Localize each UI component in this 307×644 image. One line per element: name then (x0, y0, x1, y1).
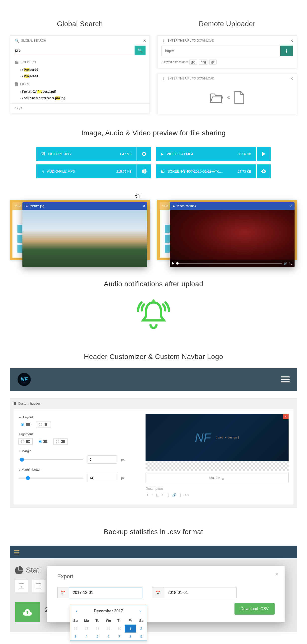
image-icon: 🖼 (161, 170, 164, 174)
list-icon: ☰ (14, 402, 16, 405)
calendar-icon[interactable]: 📅 (57, 587, 69, 598)
close-icon[interactable]: × (290, 38, 293, 43)
bold-icon: B (146, 493, 148, 497)
calendar-day-selected[interactable]: 1 (125, 624, 136, 632)
align-left[interactable] (18, 438, 33, 445)
audio-icon: ♫ (41, 170, 44, 174)
description-label: Description (146, 486, 288, 490)
video-controls[interactable]: 🔊 ⛶ (170, 260, 294, 267)
remote-uploader-panel-open: × ⭳ ENTER THE URL TO DOWNLOAD « (157, 73, 297, 114)
margin-bottom-slider[interactable] (18, 478, 83, 478)
global-search-panel: × 🔍 GLOBAL SEARCH 🔍 FOLDERS ›/ Project-0… (10, 36, 150, 113)
margin-slider[interactable] (18, 459, 83, 460)
file-row[interactable]: ▶VIDEO-CAT.MP433.56 KB (156, 147, 270, 161)
calendar-day[interactable]: 26 (70, 624, 81, 632)
navbar-logo[interactable]: NF (18, 373, 31, 386)
next-month-icon[interactable]: › (137, 608, 143, 614)
hamburger-icon[interactable] (14, 550, 20, 554)
calendar-day[interactable]: 27 (81, 624, 92, 632)
customizer-panel: ☰Custom header ↔Layout Alignment ↕Margin… (10, 398, 297, 508)
ext-chip: gif (209, 60, 216, 64)
close-icon[interactable]: × (290, 76, 293, 81)
italic-icon: I (152, 493, 152, 497)
folder-open-icon (210, 92, 224, 104)
ext-chip: jpg (190, 60, 197, 64)
search-result-folder[interactable]: ›/ Project-01 (15, 73, 145, 80)
download-button[interactable]: ⭳ (280, 46, 293, 56)
layout-option-boxed[interactable] (36, 422, 51, 428)
margin-input[interactable] (87, 456, 117, 464)
play-audio-button[interactable] (137, 164, 151, 178)
calendar-day[interactable]: 6 (103, 632, 114, 640)
close-icon[interactable]: × (275, 571, 278, 578)
header-preview: × NF [ web + design ] (146, 414, 288, 461)
video-icon: ▶ (161, 152, 164, 156)
play-video-button[interactable] (257, 147, 270, 161)
search-input[interactable] (14, 46, 134, 55)
preview-tagline: [ web + design ] (216, 436, 239, 439)
result-count: 4 / 74 (10, 104, 150, 113)
calendar-day[interactable]: 29 (103, 624, 114, 632)
svg-rect-0 (26, 423, 30, 426)
search-icon: 🔍 (15, 38, 19, 42)
month-label[interactable]: December 2017 (94, 609, 123, 613)
upload-button[interactable]: Upload ⭳ (146, 472, 288, 483)
heading-audio-notif: Audio notifications after upload (10, 280, 297, 288)
image-preview (22, 210, 147, 267)
layout-label: ↔Layout (18, 415, 138, 419)
hamburger-icon[interactable] (281, 376, 290, 382)
image-preview-window: VFM 🖼picture.jpg× (10, 200, 150, 260)
preview-button[interactable] (257, 164, 270, 178)
transparency-checker (146, 461, 288, 471)
search-result-file[interactable]: ›/ south-beach-wallpaper-pro.jpg (15, 95, 145, 102)
export-modal: × Export 📅 📅 Download .CSV ‹ December 20… (47, 566, 284, 622)
video-icon: ▶ (173, 204, 175, 208)
play-icon[interactable] (172, 262, 174, 264)
margin-label: ↕Margin (18, 449, 138, 453)
search-label: GLOBAL SEARCH (21, 39, 46, 42)
date-shortcut[interactable]: 1 (15, 579, 28, 592)
preview-button[interactable] (137, 147, 151, 161)
calendar-day[interactable]: 8 (125, 632, 136, 640)
close-icon[interactable]: × (290, 204, 292, 208)
align-right[interactable] (53, 438, 68, 445)
download-csv-button[interactable]: Download .CSV (234, 603, 274, 614)
calendar-day[interactable]: 5 (92, 632, 103, 640)
upload-stat (15, 602, 40, 622)
layout-option-full[interactable] (18, 422, 33, 428)
close-icon[interactable]: × (143, 38, 146, 43)
image-modal: 🖼picture.jpg× (22, 202, 147, 267)
seek-bar[interactable] (176, 263, 282, 264)
date-to-input[interactable] (164, 587, 237, 598)
search-result-file[interactable]: ›Project-02/ Proposal.pdf (15, 88, 145, 95)
calendar-icon[interactable]: 📅 (152, 587, 164, 598)
editor-toolbar[interactable]: BIUS|🔗|</> (146, 490, 288, 500)
calendar-day[interactable]: 4 (81, 632, 92, 640)
svg-rect-1 (44, 423, 47, 426)
svg-text:1: 1 (21, 586, 22, 588)
margin-bottom-input[interactable] (87, 474, 117, 482)
url-input[interactable] (162, 46, 280, 56)
calendar-day[interactable]: 2 (136, 624, 147, 632)
file-row[interactable]: 🖼SCREEN-SHOT-2020-01-29-AT-1…17.73 KB (156, 164, 270, 178)
calendar-day[interactable]: 3 (70, 632, 81, 640)
navbar: NF (10, 368, 297, 391)
calendar-day[interactable]: 30 (114, 624, 125, 632)
search-result-folder[interactable]: ›/ Project-02 (15, 66, 145, 73)
prev-month-icon[interactable]: ‹ (74, 608, 80, 614)
file-row[interactable]: 🖼PICTURE.JPG1.47 MB (36, 147, 151, 161)
calendar-day[interactable]: 28 (92, 624, 103, 632)
file-row[interactable]: ♫AUDIO-FILE.MP3215.55 KB (36, 164, 151, 178)
preview-logo: NF (195, 431, 211, 444)
files-header: FILES (10, 80, 150, 88)
close-icon[interactable]: × (143, 204, 145, 208)
calendar-day[interactable]: 7 (114, 632, 125, 640)
delete-icon[interactable]: × (283, 414, 288, 419)
align-center[interactable] (36, 438, 50, 445)
margin-bottom-label: ↓Margin bottom (18, 468, 138, 471)
calendar-day[interactable]: 9 (136, 632, 147, 640)
search-button[interactable]: 🔍 (134, 46, 146, 55)
date-shortcut[interactable] (32, 579, 45, 592)
image-icon: 🖼 (41, 152, 45, 156)
date-from-input[interactable] (69, 587, 142, 598)
